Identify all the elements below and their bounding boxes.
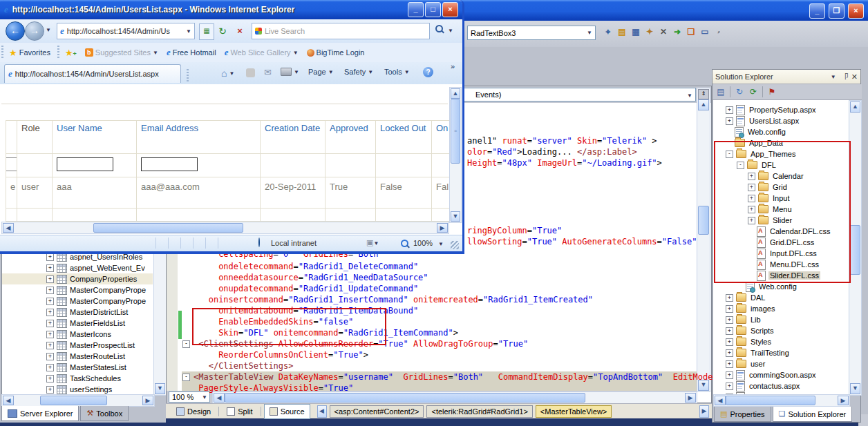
expander-icon[interactable]: + — [46, 275, 54, 283]
view-designer-icon[interactable]: ⚑ — [766, 86, 778, 98]
server-explorer-item[interactable]: +MasterDistrictList — [2, 307, 153, 318]
expander-icon[interactable]: + — [726, 316, 733, 324]
page-tab[interactable]: e http://localhost:1454/Admin/UsersList.… — [4, 64, 181, 83]
breadcrumb-scroll-right[interactable]: ▶ — [699, 405, 709, 418]
expander-icon[interactable]: + — [726, 305, 733, 313]
pin-icon[interactable]: 卩 — [842, 72, 849, 81]
solution-tree-item[interactable]: +Styles — [713, 336, 849, 347]
solution-tree-item[interactable]: +TrailTesting — [713, 347, 849, 358]
swap-windows-icon[interactable]: ❏ — [685, 26, 697, 38]
expander-icon[interactable]: + — [726, 117, 733, 125]
add-form-icon[interactable]: ▦ — [630, 26, 642, 38]
zoom-level[interactable]: 100% — [413, 239, 433, 247]
address-dropdown-icon[interactable]: ▼ — [186, 28, 191, 35]
favorites-bar-item[interactable]: eFree Hotmail — [167, 48, 216, 57]
grid-header-label[interactable]: Email Address — [141, 123, 256, 133]
grid-header-cell[interactable]: Creation Date — [261, 121, 326, 154]
build-tools-icon[interactable]: ✕ — [657, 26, 670, 38]
editor-hscrollbar[interactable]: ◀ ▶ — [212, 391, 697, 404]
server-explorer-item[interactable]: +userSettings — [2, 384, 153, 395]
ie-maximize-button[interactable]: □ — [425, 2, 441, 17]
solution-tree-item[interactable]: +user — [713, 358, 849, 369]
breadcrumb-scroll-left[interactable]: ◀ — [317, 405, 327, 418]
expander-icon[interactable]: + — [726, 338, 733, 346]
grid-header-cell[interactable]: Locked Out — [376, 121, 432, 154]
zoom-icon[interactable] — [401, 240, 408, 249]
home-button[interactable]: ⌂▼ — [221, 68, 234, 79]
chevron-more-icon[interactable]: » — [451, 62, 455, 70]
expander-icon[interactable]: + — [726, 106, 733, 114]
breadcrumb-tag[interactable]: <asp:Content#Content2> — [330, 405, 424, 418]
expander-icon[interactable]: + — [46, 342, 54, 349]
server-explorer-item[interactable]: +MasterCompanyPrope — [2, 284, 153, 296]
view-tab-split[interactable]: Split — [222, 405, 257, 418]
search-dropdown-icon[interactable]: ▼ — [448, 28, 453, 34]
server-explorer-item[interactable]: +aspnet_WebEvent_Ev — [2, 262, 153, 273]
ie-titlebar[interactable]: e http://localhost:1454/Admin/UsersList.… — [0, 0, 462, 19]
chevron-down-icon[interactable]: ▼ — [202, 394, 209, 400]
expander-icon[interactable]: + — [46, 264, 54, 272]
address-input[interactable]: e http://localhost:1454/Admin/Us ▼ — [57, 23, 195, 39]
stop-button[interactable]: × — [232, 23, 247, 39]
solution-tree-item[interactable]: +Lib — [713, 314, 849, 325]
solution-tree-item[interactable]: Web.config — [713, 126, 849, 137]
refresh-file-icon[interactable]: ↻ — [733, 86, 746, 98]
expander-icon[interactable]: + — [726, 371, 733, 379]
close-icon[interactable]: ✕ — [851, 72, 858, 81]
panel-tab-solution-explorer[interactable]: ❏Solution Explorer — [773, 407, 853, 422]
vs-close-button[interactable]: × — [848, 3, 864, 19]
grid-header-cell[interactable]: On — [432, 121, 450, 154]
solution-tree-item[interactable]: +DAL — [713, 292, 849, 303]
chevron-down-icon[interactable]: ▼ — [831, 74, 836, 80]
vs-restore-button[interactable]: ❐ — [829, 3, 845, 19]
chevron-down-icon[interactable]: ▼ — [584, 30, 595, 36]
grid-vscrollbar[interactable]: ▲ ▼ ≡ — [449, 87, 462, 223]
grid-header-cell[interactable]: Role — [17, 121, 53, 154]
mail-icon[interactable]: ✉ — [264, 67, 272, 77]
expander-icon[interactable]: + — [46, 364, 54, 371]
add-item-icon[interactable]: ✦ — [643, 26, 656, 38]
panel-tab-properties[interactable]: ▤Properties — [714, 407, 771, 422]
expander-icon[interactable]: + — [726, 349, 733, 357]
properties-pages-icon[interactable]: ▤ — [715, 86, 727, 98]
filter-input[interactable] — [57, 157, 113, 171]
server-explorer-item[interactable]: +MasterIcons — [2, 329, 153, 340]
favorites-button[interactable]: ★ Favorites — [9, 48, 50, 58]
grid-hscrollbar[interactable]: ◀ ▶ — [1, 222, 449, 234]
vs-toolbar-combobox[interactable]: RadTextBox3 ▼ — [467, 26, 596, 40]
expander-icon[interactable]: + — [46, 386, 54, 394]
vs-minimize-button[interactable]: _ — [809, 3, 825, 19]
view-tab-source[interactable]: Source — [264, 404, 310, 419]
favorites-bar-item[interactable]: eWeb Slice Gallery▼ — [225, 48, 299, 57]
grid-header-cell[interactable]: Approved — [326, 121, 376, 154]
expander-icon[interactable]: + — [46, 253, 54, 261]
solution-tree-item[interactable]: +PropertySetup.aspx — [713, 104, 849, 115]
refresh-icon[interactable]: ⟳ — [747, 86, 760, 98]
solution-tree-item[interactable]: +commingSoon.aspx — [713, 369, 849, 380]
start-debug-icon[interactable]: ➜ — [671, 26, 683, 38]
editor-zoom-dropdown[interactable]: 100 % ▼ — [169, 391, 210, 403]
ie-minimize-button[interactable]: _ — [408, 2, 424, 17]
breadcrumb-tag[interactable]: <telerik:RadGrid#RadGrid1> — [426, 405, 532, 418]
solution-tree-item[interactable]: +UsersList.aspx — [713, 115, 849, 126]
panel-tab-toolbox[interactable]: ⚒Toolbox — [80, 406, 129, 421]
expander-icon[interactable]: + — [46, 353, 54, 360]
expander-icon[interactable]: + — [46, 287, 54, 294]
history-dropdown-icon[interactable]: ▼ — [46, 27, 51, 33]
server-explorer-item[interactable]: +MasterProspectList — [2, 340, 153, 351]
grid-header-label[interactable]: On — [436, 123, 445, 133]
safety-menu[interactable]: Safety▼ — [344, 68, 373, 76]
expander-icon[interactable]: + — [46, 309, 54, 316]
expander-icon[interactable]: + — [46, 320, 54, 327]
expander-icon[interactable]: + — [46, 298, 54, 305]
server-explorer-item[interactable]: +MasterFieldsList — [2, 318, 153, 329]
solution-tree-item[interactable]: +Scripts — [713, 325, 849, 336]
grid-header-cell[interactable] — [6, 121, 17, 154]
refresh-button[interactable]: ↻ — [215, 23, 230, 39]
resize-grip[interactable] — [451, 241, 459, 249]
help-icon[interactable]: ? — [423, 67, 433, 77]
solution-explorer-hscrollbar[interactable]: ◀ ▶ — [713, 394, 850, 407]
toolbar-overflow-icon[interactable]: ⸗ — [713, 26, 725, 38]
view-tab-design[interactable]: Design — [171, 405, 216, 418]
grid-header-label[interactable]: Approved — [330, 123, 371, 133]
